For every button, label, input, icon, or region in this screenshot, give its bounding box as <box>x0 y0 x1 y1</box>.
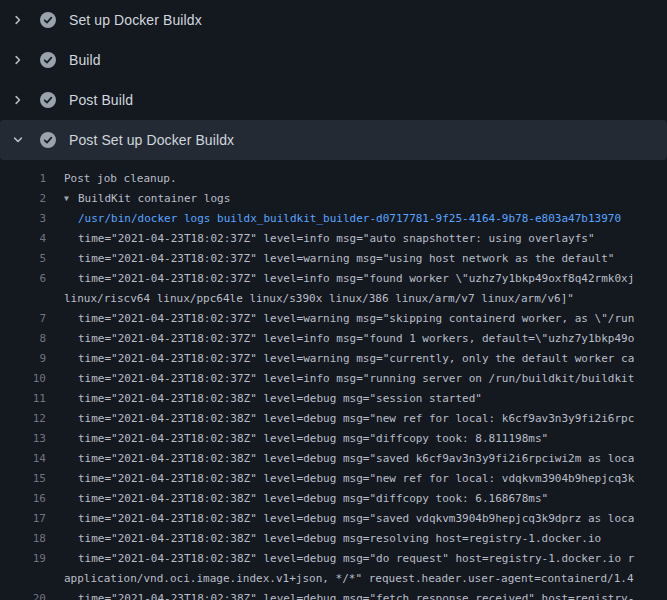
log-row: 10time="2021-04-23T18:02:37Z" level=info… <box>0 369 667 389</box>
step-row-set-up-docker-buildx[interactable]: Set up Docker Buildx <box>0 0 667 40</box>
line-number[interactable]: 6 <box>0 269 46 289</box>
log-row: 9time="2021-04-23T18:02:37Z" level=warni… <box>0 349 667 369</box>
step-title: Build <box>69 52 101 68</box>
log-line-text: time="2021-04-23T18:02:37Z" level=info m… <box>78 329 634 349</box>
step-row-build[interactable]: Build <box>0 40 667 80</box>
log-line-text: time="2021-04-23T18:02:38Z" level=debug … <box>78 389 482 409</box>
check-circle-icon <box>40 92 56 108</box>
log-row: 13time="2021-04-23T18:02:38Z" level=debu… <box>0 429 667 449</box>
log-row: 19time="2021-04-23T18:02:38Z" level=debu… <box>0 549 667 569</box>
line-number[interactable]: 7 <box>0 309 46 329</box>
log-row: application/vnd.oci.image.index.v1+json,… <box>0 569 667 589</box>
check-circle-icon <box>40 52 56 68</box>
log-line-text: time="2021-04-23T18:02:37Z" level=warnin… <box>78 349 634 369</box>
chevron-down-icon <box>10 132 26 148</box>
triangle-down-icon[interactable]: ▼ <box>64 189 78 209</box>
line-number[interactable]: 4 <box>0 229 46 249</box>
log-row: 3/usr/bin/docker logs buildx_buildkit_bu… <box>0 209 667 229</box>
step-title: Post Build <box>69 92 133 108</box>
log-line-text: time="2021-04-23T18:02:38Z" level=debug … <box>78 409 634 429</box>
chevron-right-icon <box>10 52 26 68</box>
log-line-text: time="2021-04-23T18:02:38Z" level=debug … <box>78 449 634 469</box>
step-row-post-set-up-docker-buildx[interactable]: Post Set up Docker Buildx <box>0 120 667 160</box>
line-number[interactable]: 1 <box>0 169 46 189</box>
line-number <box>0 569 46 589</box>
log-row: 16time="2021-04-23T18:02:38Z" level=debu… <box>0 489 667 509</box>
log-line-text: time="2021-04-23T18:02:37Z" level=info m… <box>78 229 595 249</box>
log-viewer: 1Post job cleanup.2▼BuildKit container l… <box>0 160 667 600</box>
log-row: 11time="2021-04-23T18:02:38Z" level=debu… <box>0 389 667 409</box>
log-row: 18time="2021-04-23T18:02:38Z" level=debu… <box>0 529 667 549</box>
log-line-text: time="2021-04-23T18:02:38Z" level=debug … <box>78 469 634 489</box>
log-line-text: time="2021-04-23T18:02:37Z" level=warnin… <box>78 309 634 329</box>
log-line-text: Post job cleanup. <box>64 169 177 189</box>
line-number[interactable]: 17 <box>0 509 46 529</box>
log-line-text: time="2021-04-23T18:02:38Z" level=debug … <box>78 509 634 529</box>
line-number[interactable]: 16 <box>0 489 46 509</box>
chevron-right-icon <box>10 12 26 28</box>
line-number[interactable]: 18 <box>0 529 46 549</box>
line-number[interactable]: 19 <box>0 549 46 569</box>
chevron-right-icon <box>10 92 26 108</box>
log-row: 2▼BuildKit container logs <box>0 189 667 209</box>
log-row: 6time="2021-04-23T18:02:37Z" level=info … <box>0 269 667 289</box>
log-row: 12time="2021-04-23T18:02:38Z" level=debu… <box>0 409 667 429</box>
check-circle-icon <box>40 132 56 148</box>
log-row: 7time="2021-04-23T18:02:37Z" level=warni… <box>0 309 667 329</box>
line-number[interactable]: 15 <box>0 469 46 489</box>
log-line-text: time="2021-04-23T18:02:38Z" level=debug … <box>78 589 634 600</box>
log-row: 17time="2021-04-23T18:02:38Z" level=debu… <box>0 509 667 529</box>
line-number[interactable]: 2 <box>0 189 46 209</box>
line-number[interactable]: 10 <box>0 369 46 389</box>
log-row: linux/riscv64 linux/ppc64le linux/s390x … <box>0 289 667 309</box>
step-title: Set up Docker Buildx <box>69 12 202 28</box>
step-title: Post Set up Docker Buildx <box>69 132 234 148</box>
line-number[interactable]: 12 <box>0 409 46 429</box>
log-row: 15time="2021-04-23T18:02:38Z" level=debu… <box>0 469 667 489</box>
log-row: 20time="2021-04-23T18:02:38Z" level=debu… <box>0 589 667 600</box>
log-line-text: time="2021-04-23T18:02:38Z" level=debug … <box>78 529 601 549</box>
line-number[interactable]: 11 <box>0 389 46 409</box>
log-command-text: /usr/bin/docker logs buildx_buildkit_bui… <box>78 209 621 229</box>
log-line-text: time="2021-04-23T18:02:37Z" level=info m… <box>78 369 634 389</box>
line-number[interactable]: 8 <box>0 329 46 349</box>
log-row: 8time="2021-04-23T18:02:37Z" level=info … <box>0 329 667 349</box>
log-line-text: time="2021-04-23T18:02:38Z" level=debug … <box>78 489 548 509</box>
log-line-text: time="2021-04-23T18:02:38Z" level=debug … <box>78 429 548 449</box>
line-number[interactable]: 9 <box>0 349 46 369</box>
step-row-post-build[interactable]: Post Build <box>0 80 667 120</box>
line-number[interactable]: 20 <box>0 589 46 600</box>
log-row: 4time="2021-04-23T18:02:37Z" level=info … <box>0 229 667 249</box>
steps-list: Set up Docker BuildxBuildPost BuildPost … <box>0 0 667 160</box>
log-group-label[interactable]: BuildKit container logs <box>78 192 230 205</box>
log-line-text: linux/riscv64 linux/ppc64le linux/s390x … <box>64 289 574 309</box>
line-number[interactable]: 13 <box>0 429 46 449</box>
log-line-text: application/vnd.oci.image.index.v1+json,… <box>64 569 634 589</box>
line-number[interactable]: 14 <box>0 449 46 469</box>
log-line-text: time="2021-04-23T18:02:37Z" level=info m… <box>78 269 634 289</box>
log-row: 14time="2021-04-23T18:02:38Z" level=debu… <box>0 449 667 469</box>
log-line-text: time="2021-04-23T18:02:38Z" level=debug … <box>78 549 634 569</box>
log-line-text: time="2021-04-23T18:02:37Z" level=warnin… <box>78 249 614 269</box>
line-number[interactable]: 3 <box>0 209 46 229</box>
line-number[interactable]: 5 <box>0 249 46 269</box>
log-group-toggle[interactable]: ▼BuildKit container logs <box>64 189 230 209</box>
log-row: 5time="2021-04-23T18:02:37Z" level=warni… <box>0 249 667 269</box>
log-row: 1Post job cleanup. <box>0 169 667 189</box>
check-circle-icon <box>40 12 56 28</box>
line-number <box>0 289 46 309</box>
